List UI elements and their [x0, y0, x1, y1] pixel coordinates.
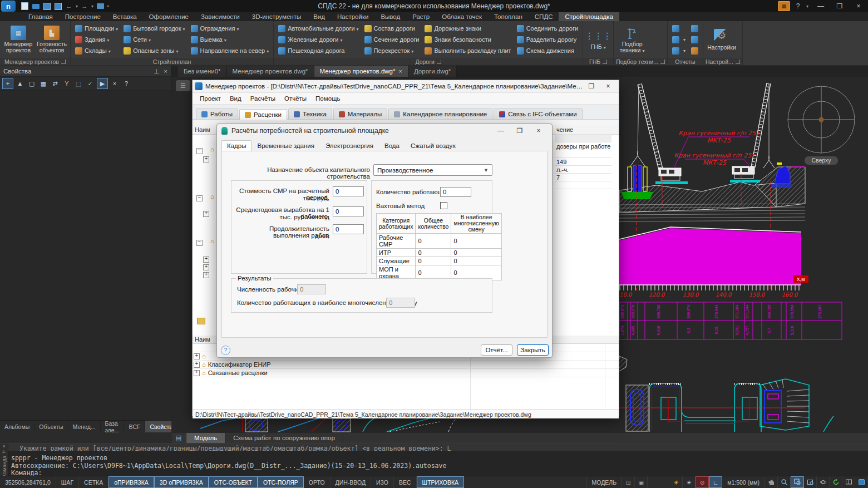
ucs-icon[interactable]: ∟ — [709, 476, 722, 488]
dialog-tab-vremennye-zdaniya[interactable]: Временные здания — [251, 140, 319, 151]
znaki-bezopasnosti-button[interactable]: Знаки безопасности — [425, 35, 511, 45]
canvas-menu-button[interactable]: ☰ — [176, 80, 190, 91]
group-label[interactable]: Дороги — [274, 58, 583, 65]
pm-tab-ifc[interactable]: Связь с IFC-объектами — [494, 109, 582, 119]
tab-obekty[interactable]: Объекты — [34, 421, 68, 432]
workers-count-input[interactable]: 0 — [440, 187, 471, 197]
doc-tab-bez-imeni[interactable]: Без имени0* — [178, 66, 227, 77]
redo-dropdown-icon[interactable]: ▾ — [91, 4, 93, 9]
ribbon-tab-rastr[interactable]: Растр — [406, 12, 436, 21]
dialog-maximize-button[interactable]: ❐ — [511, 125, 529, 136]
pin-icon[interactable]: ⊥ — [154, 67, 159, 75]
toggle-shag[interactable]: ШАГ — [56, 476, 79, 488]
pm-close-button[interactable]: × — [600, 81, 617, 92]
help-icon[interactable]: ? — [792, 0, 803, 12]
quick-select-icon[interactable]: ⬚ — [73, 78, 83, 88]
undo-dropdown-icon[interactable]: ▾ — [76, 4, 78, 9]
clear-selection-icon[interactable]: × — [110, 78, 120, 88]
duration-input[interactable]: 0 — [333, 224, 364, 234]
ribbon-tab-postroenie[interactable]: Построение — [59, 12, 107, 21]
seti-button[interactable]: Сети — [124, 35, 185, 45]
ribbon-tab-oformlenie[interactable]: Оформление — [143, 12, 195, 21]
ploshchadki-button[interactable]: Площадки — [75, 24, 118, 33]
ribbon-tab-oblaka[interactable]: Облака точек — [436, 12, 488, 21]
sostav-dorogi-button[interactable]: Состав дороги — [364, 24, 420, 33]
close-icon[interactable]: × — [2, 443, 5, 449]
dialog-launcher-icon[interactable] — [437, 60, 441, 64]
shift-method-checkbox[interactable] — [440, 202, 447, 209]
report-card-button[interactable] — [691, 24, 698, 33]
ribbon-tab-nastroyki[interactable]: Настройки — [331, 12, 374, 21]
model-space-label[interactable]: МОДЕЛЬ — [586, 476, 623, 488]
orbit-icon[interactable] — [817, 476, 830, 488]
opasnye-zony-button[interactable]: Опасные зоны — [124, 46, 185, 56]
razdelit-dorogu-button[interactable]: Разделить дорогу — [517, 35, 578, 45]
tab-menedzher[interactable]: Менед... — [68, 421, 101, 432]
close-dialog-button[interactable]: Закрыть — [517, 344, 549, 356]
pm-tab-materialy[interactable]: Материалы — [333, 109, 388, 119]
viewport-lock-icon[interactable]: ⊡ — [622, 476, 635, 488]
toggle-din-vvod[interactable]: ДИН-ВВОД — [331, 476, 371, 488]
toggle-ots-polyar[interactable]: ОТС-ПОЛЯР — [258, 476, 304, 488]
sechenie-dorogi-button[interactable]: Сечение дороги — [364, 35, 420, 45]
toggle-ots-obekt[interactable]: ОТС-ОБЪЕКТ — [209, 476, 258, 488]
layout-tab-scheme[interactable]: Схема работ по сооружению опор — [225, 433, 343, 443]
napravlenie-na-sever-button[interactable]: Направление на север — [191, 46, 269, 56]
redo-icon[interactable]: → — [80, 2, 89, 11]
ribbon-tab-zavisimosti[interactable]: Зависимости — [195, 12, 246, 21]
group-label[interactable]: Менеджер проектов — [0, 58, 70, 65]
pm-tab-rastsenki[interactable]: Расценки — [239, 109, 287, 120]
report-list-button[interactable] — [672, 24, 685, 33]
dialog-launcher-icon[interactable] — [61, 60, 66, 64]
pm-tab-kalendarnoe[interactable]: Календарное планирование — [388, 109, 492, 119]
dialog-title-bar[interactable]: Расчёты потребностей на строительной пло… — [217, 124, 552, 137]
avtomobilnye-dorogi-button[interactable]: Автомобильные дороги — [278, 24, 358, 33]
ribbon-tab-stroyploshchadka[interactable]: Стройплощадка — [559, 12, 619, 21]
vyemka-button[interactable]: Выемка — [191, 35, 269, 45]
current-scale[interactable]: м1:500 (мм) — [722, 476, 765, 488]
select-add-icon[interactable]: + — [2, 78, 13, 89]
tab-baza-elementov[interactable]: База эле... — [101, 421, 125, 432]
gnb-button[interactable]: ⋮⋮⋮ ГНБ — [585, 27, 611, 52]
tab-bcf[interactable]: BCF — [124, 421, 145, 432]
pm-restore-button[interactable]: ❐ — [583, 81, 600, 92]
ograzhdeniya-button[interactable]: Ограждения — [191, 24, 269, 33]
qat-customize-icon[interactable]: ≡ — [107, 4, 110, 9]
fullscreen-icon[interactable] — [855, 476, 868, 488]
open-file-icon[interactable] — [31, 2, 40, 11]
zoom-window-icon[interactable] — [791, 476, 804, 488]
tab-albomy[interactable]: Альбомы — [0, 421, 34, 432]
value-col-header[interactable]: чение — [555, 125, 611, 135]
doc-tab-manager-1[interactable]: Менеджер проектов.dwg* — [227, 66, 314, 77]
close-button[interactable]: × — [849, 0, 868, 12]
pointer-select-icon[interactable]: ▶ — [97, 78, 108, 89]
zdaniya-button[interactable]: Здания — [75, 35, 118, 45]
menu-raschyoty[interactable]: Расчёты — [246, 95, 279, 102]
close-panel-icon[interactable]: × — [164, 68, 167, 75]
save-all-icon[interactable] — [53, 2, 62, 11]
table-row[interactable]: Рабочие СМР00 — [377, 234, 502, 249]
report-sheet-button[interactable] — [691, 35, 698, 45]
report-specification-button[interactable] — [672, 46, 685, 56]
toggle-shtrikhovka[interactable]: ШТРИХОВКА — [417, 476, 465, 488]
ribbon-tab-3d[interactable]: 3D-инструменты — [246, 12, 307, 21]
close-doc-icon[interactable]: × — [399, 68, 402, 75]
purpose-combobox[interactable]: Производственное▼ — [373, 164, 492, 176]
report-table-button[interactable] — [691, 46, 698, 56]
dialog-minimize-button[interactable]: — — [492, 125, 510, 136]
view-compass[interactable]: Сверху — [788, 86, 855, 165]
pm-tab-tekhnika[interactable]: Техника — [288, 109, 332, 119]
pan-icon[interactable] — [765, 476, 778, 488]
menu-otchyoty[interactable]: Отчёты — [280, 95, 310, 102]
project-manager-button[interactable]: ▦ Менеджер проектов — [2, 24, 34, 55]
ribbon-tab-vyvod[interactable]: Вывод — [374, 12, 406, 21]
toggle-ves[interactable]: ВЕС — [394, 476, 417, 488]
confirm-icon[interactable]: ✓ — [85, 78, 95, 88]
help-dropdown-icon[interactable]: ▾ — [803, 0, 811, 12]
ribbon-tab-spds[interactable]: СПДС — [529, 12, 559, 21]
report-objects-button[interactable] — [672, 35, 685, 45]
report-button[interactable]: Отчёт... — [481, 344, 512, 356]
dialog-tab-kadry[interactable]: Кадры — [221, 140, 251, 151]
dialog-launcher-icon[interactable] — [603, 60, 607, 64]
nastroyki-button[interactable]: ⚙ Настройки — [706, 28, 738, 52]
